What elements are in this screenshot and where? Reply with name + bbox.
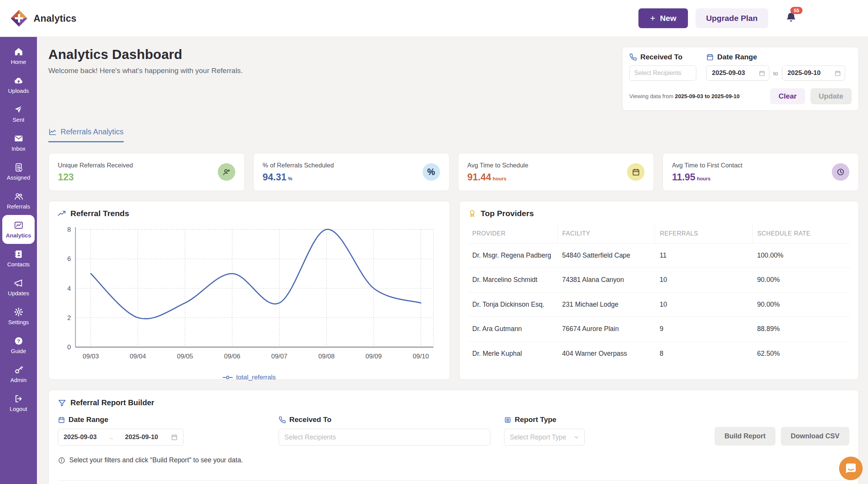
page-subtitle: Welcome back! Here's what's happening wi… <box>48 67 243 75</box>
col-facility: FACILITY <box>558 224 655 244</box>
stat-value: 11.95hours <box>672 172 742 183</box>
line-chart-icon <box>48 128 57 136</box>
report-builder-info: Select your filters and click "Build Rep… <box>58 456 849 464</box>
download-csv-button[interactable]: Download CSV <box>781 427 849 446</box>
chat-bubble-icon <box>844 462 858 475</box>
calendar-icon <box>759 70 765 76</box>
megaphone-icon <box>13 278 24 288</box>
sidebar-item-sent[interactable]: Sent <box>2 99 35 128</box>
document-icon <box>14 162 24 172</box>
update-button[interactable]: Update <box>811 88 852 104</box>
phone-icon <box>279 416 286 424</box>
percent-icon: % <box>423 163 440 181</box>
calendar-icon <box>58 416 65 424</box>
clock-icon <box>832 163 849 181</box>
build-report-button[interactable]: Build Report <box>715 427 775 446</box>
paper-plane-icon <box>14 105 24 115</box>
svg-text:09/08: 09/08 <box>318 353 335 360</box>
calendar-icon <box>706 53 714 61</box>
sidebar-item-logout[interactable]: Logout <box>2 388 35 417</box>
svg-text:09/06: 09/06 <box>224 353 241 360</box>
award-icon <box>468 209 477 218</box>
chat-launcher-button[interactable] <box>839 457 863 480</box>
upgrade-plan-button[interactable]: Upgrade Plan <box>696 8 768 28</box>
stat-value: 91.44hours <box>468 172 528 183</box>
stat-card-first-contact-time: Avg Time to First Contact 11.95hours <box>662 153 859 191</box>
sidebar-item-inbox[interactable]: Inbox <box>2 128 35 157</box>
users-icon <box>13 191 24 201</box>
trending-up-icon <box>57 209 66 218</box>
sidebar: Home Uploads Sent Inbox <box>0 37 37 484</box>
notifications-button[interactable]: 55 <box>785 11 797 25</box>
calendar-icon <box>627 163 645 181</box>
date-to-input[interactable]: 2025-09-10 <box>782 65 845 81</box>
referral-report-builder-card: Referral Report Builder Date Range 2025-… <box>48 390 859 484</box>
sidebar-item-contacts[interactable]: Contacts <box>2 244 35 273</box>
providers-title: Top Providers <box>481 209 534 218</box>
stat-card-avg-schedule-time: Avg Time to Schedule 91.44hours <box>458 153 654 191</box>
funnel-icon <box>58 399 66 407</box>
filter-card: Received To Date Range 2025-09-03 <box>622 47 859 111</box>
clear-button[interactable]: Clear <box>770 88 805 104</box>
table-row: Dr. Tonja Dickinson Esq.231 Michael Lodg… <box>468 292 850 317</box>
recipients-select-input[interactable] <box>629 65 696 81</box>
info-icon <box>58 457 65 464</box>
col-provider: PROVIDER <box>468 224 558 244</box>
stat-card-unique-referrals: Unique Referrals Received 123 <box>48 153 245 191</box>
sidebar-item-home[interactable]: Home <box>2 41 35 70</box>
user-plus-icon <box>218 163 235 181</box>
tab-referrals-analytics[interactable]: Referrals Analytics <box>48 127 124 142</box>
top-providers-card: Top Providers PROVIDER FACILITY REFERRAL… <box>459 201 859 380</box>
key-icon <box>14 365 24 375</box>
svg-text:09/10: 09/10 <box>413 353 429 360</box>
table-row: Dr. Marcelino Schmidt74381 Alana Canyon … <box>468 268 850 292</box>
arrow-right-icon: → <box>108 434 114 441</box>
sidebar-item-uploads[interactable]: Uploads <box>2 70 35 99</box>
svg-text:?: ? <box>17 338 20 344</box>
table-row: Dr. Ara Gutmann76674 Aurore Plain 988.89… <box>468 317 850 341</box>
app-logo-icon <box>10 9 28 27</box>
app-title: Analytics <box>34 13 77 24</box>
chevron-down-icon <box>574 435 579 440</box>
page-title: Analytics Dashboard <box>48 47 243 62</box>
gear-icon <box>14 307 24 317</box>
sidebar-item-assigned[interactable]: Assigned <box>2 157 35 186</box>
plus-icon: + <box>650 15 655 22</box>
sidebar-item-referrals[interactable]: Referrals <box>2 186 35 215</box>
envelope-icon <box>14 134 24 143</box>
notification-count-badge: 55 <box>790 7 803 14</box>
sidebar-item-admin[interactable]: Admin <box>2 360 35 388</box>
app-header: Analytics + New Upgrade Plan 55 <box>0 0 868 37</box>
stat-value: 123 <box>58 172 133 183</box>
sidebar-item-settings[interactable]: Settings <box>2 302 35 331</box>
cloud-upload-icon <box>13 76 24 86</box>
viewing-data-text: Viewing data from 2025-09-03 to 2025-09-… <box>629 93 740 99</box>
logout-icon <box>14 394 24 404</box>
sidebar-item-analytics[interactable]: Analytics <box>2 215 35 244</box>
main-content: Analytics Dashboard Welcome back! Here's… <box>37 37 868 484</box>
trends-title: Referral Trends <box>70 209 129 218</box>
svg-text:09/05: 09/05 <box>177 353 193 360</box>
date-from-input[interactable]: 2025-09-03 <box>706 65 769 81</box>
report-builder-title: Referral Report Builder <box>70 398 154 407</box>
table-row: Dr. Msgr. Regena Padberg54840 Satterfiel… <box>468 244 850 268</box>
stat-card-scheduled-pct: % of Referrals Scheduled 94.31% % <box>253 153 450 191</box>
report-date-range-input[interactable]: 2025-09-03 → 2025-09-10 <box>58 429 183 446</box>
svg-text:2: 2 <box>67 314 71 322</box>
svg-text:09/07: 09/07 <box>271 353 287 360</box>
svg-text:09/04: 09/04 <box>130 353 146 360</box>
chart-icon <box>14 220 24 230</box>
received-to-label: Received To <box>640 53 683 61</box>
date-range-label: Date Range <box>717 53 757 61</box>
referral-trends-card: Referral Trends 0246809/0309/0409/0509/0… <box>48 201 450 380</box>
phone-icon <box>629 53 637 61</box>
stat-value: 94.31% <box>263 172 334 183</box>
table-row: Dr. Merle Kuphal404 Warner Overpass 862.… <box>468 341 850 366</box>
report-type-select[interactable]: Select Report Type <box>504 429 585 446</box>
report-type-icon <box>504 416 511 424</box>
new-button[interactable]: + New <box>638 8 688 28</box>
sidebar-item-guide[interactable]: ? Guide <box>2 331 35 360</box>
col-schedule-rate: SCHEDULE RATE <box>753 224 850 244</box>
sidebar-item-updates[interactable]: Updates <box>2 273 35 302</box>
report-recipients-input[interactable] <box>279 429 490 446</box>
